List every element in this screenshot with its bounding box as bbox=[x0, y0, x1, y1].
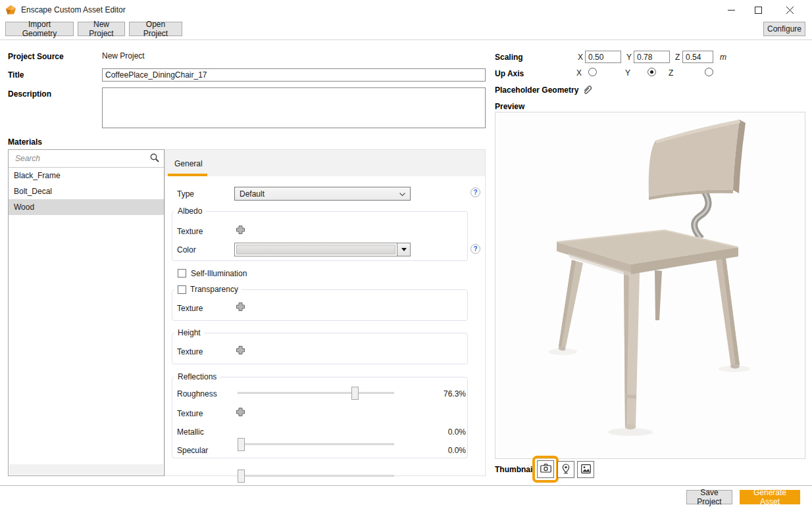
tab-strip bbox=[165, 150, 485, 176]
metallic-label: Metallic bbox=[177, 427, 204, 437]
reflections-legend: Reflections bbox=[174, 372, 220, 381]
tab-general-active-underline bbox=[168, 174, 207, 176]
close-button[interactable] bbox=[774, 0, 805, 20]
slider-track bbox=[238, 392, 394, 394]
minimize-button[interactable] bbox=[716, 0, 746, 20]
slider-track bbox=[238, 443, 394, 445]
albedo-color-dropdown[interactable] bbox=[234, 243, 411, 256]
dropdown-arrow-icon[interactable] bbox=[397, 243, 410, 256]
scaling-unit: m bbox=[720, 53, 726, 62]
scaling-y-input[interactable] bbox=[634, 51, 670, 63]
color-help-icon[interactable]: ? bbox=[470, 244, 480, 254]
slider-track bbox=[238, 475, 394, 477]
open-project-button[interactable]: Open Project bbox=[129, 22, 182, 36]
add-texture-icon[interactable] bbox=[236, 302, 245, 314]
materials-search bbox=[9, 150, 164, 168]
scaling-x-label: X bbox=[578, 53, 583, 62]
metallic-value: 0.0% bbox=[415, 427, 466, 437]
height-legend: Height bbox=[174, 328, 204, 337]
chevron-down-icon bbox=[399, 189, 405, 199]
map-pin-icon bbox=[561, 464, 571, 476]
scaling-x-input[interactable] bbox=[585, 51, 621, 63]
enscape-custom-asset-editor-window: Enscape Custom Asset Editor Import Geome… bbox=[0, 0, 812, 507]
add-texture-icon[interactable] bbox=[236, 407, 245, 419]
scaling-y-label: Y bbox=[626, 53, 632, 62]
albedo-color-label: Color bbox=[177, 245, 196, 254]
description-label: Description bbox=[8, 89, 51, 99]
type-dropdown[interactable]: Default bbox=[234, 187, 411, 201]
search-icon bbox=[149, 153, 160, 165]
material-item[interactable]: Wood bbox=[9, 199, 164, 215]
height-texture-label: Texture bbox=[177, 347, 203, 356]
type-label: Type bbox=[177, 189, 194, 199]
add-texture-icon[interactable] bbox=[236, 225, 245, 237]
up-axis-y-radio[interactable] bbox=[647, 68, 656, 76]
add-texture-icon[interactable] bbox=[236, 345, 245, 357]
type-help-icon[interactable]: ? bbox=[470, 187, 480, 197]
title-bar: Enscape Custom Asset Editor bbox=[0, 0, 812, 20]
transparency-legend: Transparency bbox=[174, 285, 241, 294]
generate-asset-button[interactable]: Generate Asset bbox=[740, 490, 800, 504]
transparency-checkbox[interactable] bbox=[178, 285, 186, 294]
slider-thumb[interactable] bbox=[351, 387, 359, 400]
window-title: Enscape Custom Asset Editor bbox=[21, 5, 126, 14]
scaling-label: Scaling bbox=[495, 53, 523, 62]
scaling-z-label: Z bbox=[675, 53, 680, 62]
specular-label: Specular bbox=[177, 446, 208, 455]
tab-general[interactable]: General bbox=[174, 159, 203, 168]
self-illumination-checkbox[interactable] bbox=[178, 269, 186, 278]
viewpoint-thumbnail-button[interactable] bbox=[557, 461, 574, 478]
preview-viewport[interactable] bbox=[495, 112, 805, 459]
project-source-value: New Project bbox=[102, 51, 145, 60]
transparency-texture-label: Texture bbox=[177, 304, 203, 313]
material-item[interactable]: Bolt_Decal bbox=[9, 183, 164, 199]
configure-button[interactable]: Configure bbox=[763, 22, 805, 36]
transparency-legend-label: Transparency bbox=[190, 285, 238, 294]
slider-thumb[interactable] bbox=[238, 438, 245, 451]
scaling-z-input[interactable] bbox=[682, 51, 713, 63]
up-axis-x-radio[interactable] bbox=[588, 68, 597, 76]
albedo-texture-label: Texture bbox=[177, 227, 203, 236]
up-axis-z-label: Z bbox=[669, 68, 673, 78]
material-properties-panel: General Type Default ? Albedo Texture Co… bbox=[165, 149, 486, 476]
maximize-button[interactable] bbox=[743, 0, 773, 20]
project-source-label: Project Source bbox=[8, 52, 64, 61]
slider-thumb[interactable] bbox=[238, 470, 245, 483]
paperclip-icon[interactable] bbox=[582, 84, 593, 97]
albedo-legend: Albedo bbox=[174, 206, 205, 216]
toolbar-separator bbox=[0, 39, 812, 40]
save-project-button[interactable]: Save Project bbox=[686, 490, 732, 504]
thumbnail-label: Thumbnail bbox=[495, 465, 535, 474]
title-input[interactable] bbox=[102, 68, 486, 82]
import-geometry-button[interactable]: Import Geometry bbox=[5, 22, 74, 36]
reflections-texture-label: Texture bbox=[177, 409, 203, 418]
footer-separator bbox=[0, 485, 812, 486]
image-thumbnail-button[interactable] bbox=[577, 461, 594, 478]
specular-slider[interactable] bbox=[238, 470, 394, 483]
preview-label: Preview bbox=[495, 102, 524, 111]
transparency-group bbox=[172, 289, 468, 321]
preview-chair bbox=[495, 112, 805, 458]
new-project-button[interactable]: New Project bbox=[78, 22, 125, 36]
app-logo-icon bbox=[5, 5, 16, 18]
description-input[interactable] bbox=[102, 87, 486, 128]
image-icon bbox=[581, 464, 591, 475]
up-axis-x-label: X bbox=[576, 68, 582, 78]
title-label: Title bbox=[8, 70, 24, 80]
color-swatch bbox=[236, 245, 395, 254]
up-axis-y-label: Y bbox=[625, 68, 630, 78]
materials-scrollbar[interactable] bbox=[9, 464, 163, 475]
thumbnail-highlight-ring bbox=[532, 456, 559, 483]
materials-list: Black_Frame Bolt_Decal Wood bbox=[8, 149, 165, 476]
up-axis-label: Up Axis bbox=[495, 69, 524, 78]
metallic-slider[interactable] bbox=[238, 438, 394, 451]
height-group bbox=[172, 333, 468, 364]
materials-heading: Materials bbox=[8, 137, 42, 147]
material-item[interactable]: Black_Frame bbox=[9, 168, 164, 183]
self-illumination-label: Self-Illumination bbox=[191, 269, 247, 278]
placeholder-geometry-label: Placeholder Geometry bbox=[495, 85, 578, 95]
roughness-slider[interactable] bbox=[238, 387, 394, 400]
specular-value: 0.0% bbox=[415, 446, 466, 455]
up-axis-z-radio[interactable] bbox=[705, 68, 713, 76]
search-input[interactable] bbox=[13, 153, 149, 164]
